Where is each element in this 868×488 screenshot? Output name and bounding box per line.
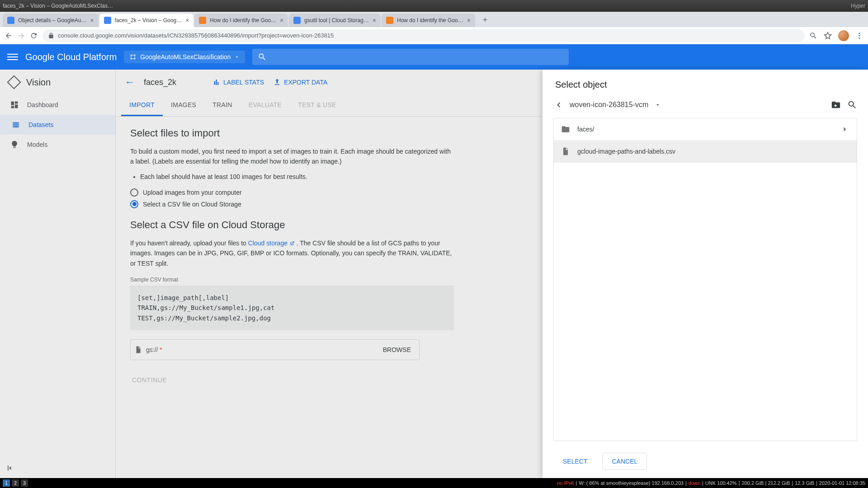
- back-icon[interactable]: [5, 32, 13, 40]
- tab-import[interactable]: IMPORT: [121, 95, 163, 116]
- dashboard-icon: [10, 100, 19, 109]
- workspace-1[interactable]: 1: [3, 479, 10, 487]
- label-stats-button[interactable]: LABEL STATS: [212, 78, 264, 86]
- radio-csv[interactable]: Select a CSV file on Cloud Storage: [130, 200, 454, 208]
- tab-label: faces_2k – Vision – Goog…: [115, 17, 182, 23]
- sidenav-label: Datasets: [28, 121, 53, 128]
- sidenav-label: Models: [27, 141, 47, 148]
- label-stats-label: LABEL STATS: [223, 79, 264, 86]
- favicon-icon: [386, 17, 393, 24]
- sample-code: [set,]image_path[,label] TRAIN,gs://My_B…: [130, 286, 454, 330]
- favicon-icon: [199, 17, 206, 24]
- import-heading: Select files to import: [130, 127, 454, 139]
- tab-label: How do I identify the Goo…: [210, 17, 276, 23]
- zoom-icon[interactable]: [809, 32, 817, 40]
- tab-label: Object details – GoogleAu…: [18, 17, 86, 23]
- os-titlebar: faces_2k – Vision – GoogleAutoMLSexClas……: [0, 0, 868, 12]
- forward-icon[interactable]: [17, 32, 25, 40]
- window-title-right: Hyper: [851, 3, 865, 9]
- object-list: faces/ gcloud-image-paths-and-labels.csv: [553, 118, 857, 441]
- folder-icon: [561, 125, 570, 134]
- browser-tab-active[interactable]: faces_2k – Vision – Goog… ×: [99, 14, 194, 27]
- close-icon[interactable]: ×: [280, 17, 283, 23]
- new-tab-button[interactable]: +: [479, 14, 491, 26]
- close-icon[interactable]: ×: [373, 17, 376, 23]
- bucket-crumb: woven-icon-263815-vcm: [542, 95, 868, 114]
- project-name: GoogleAutoMLSexClassification: [140, 53, 231, 61]
- star-icon[interactable]: [824, 32, 832, 40]
- status-wifi: W: ( 86% at smoothieyesplease) 192.168.0…: [579, 480, 684, 486]
- profile-avatar[interactable]: [838, 30, 849, 41]
- sidenav-item-datasets[interactable]: Datasets: [0, 115, 115, 135]
- browser-tab[interactable]: How do I identify the Goo… ×: [194, 14, 288, 27]
- close-icon[interactable]: ×: [467, 17, 471, 23]
- tab-train[interactable]: TRAIN: [204, 95, 241, 116]
- collapse-sidenav-icon[interactable]: [5, 464, 14, 473]
- window-title: faces_2k – Vision – GoogleAutoMLSexClas…: [3, 3, 113, 9]
- svg-point-0: [859, 33, 860, 34]
- new-folder-icon[interactable]: [831, 100, 841, 110]
- search-icon[interactable]: [847, 100, 857, 110]
- status-time: 2020-01-01 12:08:35: [819, 480, 865, 486]
- workspace-3[interactable]: 3: [21, 479, 28, 487]
- select-button[interactable]: SELECT: [553, 453, 597, 470]
- datasets-icon: [11, 120, 20, 129]
- address-bar[interactable]: console.cloud.google.com/vision/datasets…: [42, 29, 805, 42]
- lock-icon: [48, 33, 54, 39]
- browser-tabstrip: Object details – GoogleAu… × faces_2k – …: [0, 12, 868, 27]
- project-picker[interactable]: GoogleAutoMLSexClassification: [124, 51, 245, 63]
- chevron-right-icon: [840, 125, 849, 134]
- bucket-name[interactable]: woven-icon-263815-vcm: [570, 101, 648, 109]
- tab-evaluate: EVALUATE: [241, 95, 290, 116]
- import-body: Select files to import To build a custom…: [116, 117, 468, 398]
- favicon-icon: [7, 17, 14, 24]
- list-item-file[interactable]: gcloud-image-paths-and-labels.csv: [554, 141, 857, 163]
- gcp-search[interactable]: [252, 49, 569, 65]
- vision-icon: [7, 75, 21, 89]
- radio-upload[interactable]: Upload images from your computer: [130, 188, 454, 197]
- panel-title: Select object: [542, 70, 868, 95]
- sidenav-item-dashboard[interactable]: Dashboard: [0, 95, 115, 115]
- sidenav: Vision Dashboard Datasets Models: [0, 70, 116, 478]
- csv-heading: Select a CSV file on Cloud Storage: [130, 219, 454, 231]
- product-header: Vision: [0, 70, 115, 95]
- export-data-button[interactable]: EXPORT DATA: [273, 78, 327, 86]
- export-label: EXPORT DATA: [284, 79, 327, 86]
- kebab-icon[interactable]: [855, 32, 863, 40]
- import-desc: To build a custom model, you first need …: [130, 146, 454, 167]
- search-icon: [258, 52, 267, 61]
- favicon-icon: [293, 17, 301, 24]
- chevron-down-icon: [234, 54, 240, 60]
- browser-tab[interactable]: gsutil tool | Cloud Storag… ×: [289, 14, 381, 27]
- tab-images[interactable]: IMAGES: [163, 95, 204, 116]
- select-object-panel: Select object woven-icon-263815-vcm face…: [542, 70, 868, 478]
- export-icon: [273, 78, 281, 86]
- browse-button[interactable]: BROWSE: [375, 340, 419, 360]
- hamburger-icon[interactable]: [7, 54, 18, 60]
- cloud-storage-link[interactable]: Cloud storage: [248, 239, 295, 247]
- back-arrow-icon[interactable]: ←: [125, 76, 135, 88]
- panel-actions: SELECT CANCEL: [542, 445, 868, 478]
- gs-path-input[interactable]: [162, 346, 375, 353]
- gcp-logo[interactable]: Google Cloud Platform: [25, 52, 117, 62]
- cancel-button[interactable]: CANCEL: [602, 453, 647, 470]
- status-net: no IPv6: [557, 480, 574, 486]
- close-icon[interactable]: ×: [185, 17, 189, 23]
- list-item-folder[interactable]: faces/: [554, 118, 857, 141]
- reload-icon[interactable]: [30, 32, 38, 40]
- csv-desc: If you haven't already, upload your file…: [130, 238, 454, 268]
- bar-chart-icon: [212, 78, 221, 86]
- close-icon[interactable]: ×: [90, 17, 94, 23]
- browser-toolbar: console.cloud.google.com/vision/datasets…: [0, 27, 868, 44]
- chevron-down-icon[interactable]: [655, 102, 661, 108]
- product-name: Vision: [26, 77, 51, 88]
- browser-tab[interactable]: Object details – GoogleAu… ×: [3, 14, 99, 27]
- workspace-2[interactable]: 2: [12, 479, 19, 487]
- sidenav-item-models[interactable]: Models: [0, 135, 115, 155]
- radio-icon-selected: [130, 200, 138, 208]
- list-item-label: gcloud-image-paths-and-labels.csv: [577, 148, 675, 155]
- browser-tab[interactable]: How do I identify the Goo… ×: [382, 14, 475, 27]
- tab-test: TEST & USE: [290, 95, 344, 116]
- crumb-back-icon[interactable]: [553, 100, 563, 110]
- gs-prefix: gs:// *: [146, 346, 162, 353]
